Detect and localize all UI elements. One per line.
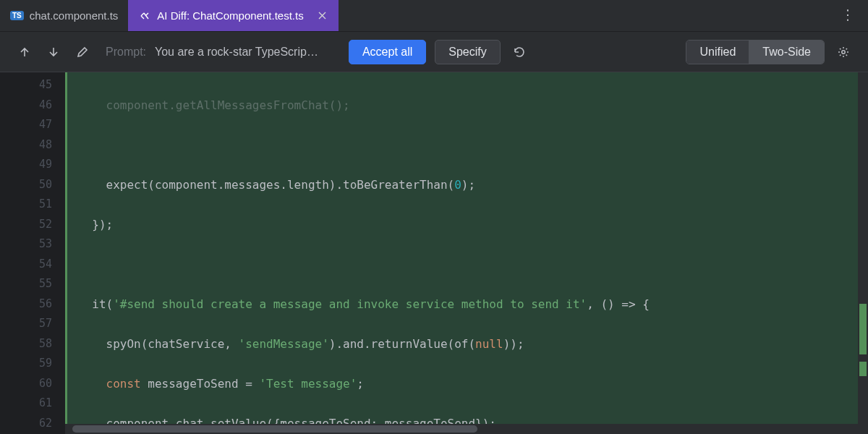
prompt-text[interactable]: You are a rock-star TypeScrip… (155, 46, 318, 59)
line-number: 58 (0, 334, 65, 354)
diff-marker[interactable] (859, 304, 867, 354)
accept-all-button[interactable]: Accept all (349, 40, 426, 64)
arrow-down-icon[interactable] (43, 42, 64, 62)
horizontal-scrollbar[interactable] (65, 424, 858, 434)
line-number: 47 (0, 115, 65, 135)
line-number: 54 (0, 255, 65, 275)
line-number: 50 (0, 175, 65, 195)
close-icon[interactable] (317, 10, 328, 22)
tab-bar: TS chat.component.ts AI Diff: ChatCompon… (0, 0, 868, 32)
specify-button[interactable]: Specify (435, 40, 500, 64)
prompt-label: Prompt: (106, 46, 146, 59)
line-number: 49 (0, 155, 65, 175)
line-number: 57 (0, 314, 65, 334)
view-mode-group: Unified Two-Side (686, 40, 825, 64)
refresh-icon[interactable] (509, 42, 529, 62)
line-number: 62 (0, 414, 65, 434)
tab-file-label: chat.component.ts (30, 9, 119, 22)
marker-gutter[interactable] (858, 72, 868, 434)
edit-icon[interactable] (72, 42, 93, 62)
line-number: 55 (0, 274, 65, 294)
line-number: 51 (0, 195, 65, 215)
diff-marker[interactable] (859, 362, 867, 376)
line-number: 45 (0, 75, 65, 95)
line-number: 56 (0, 294, 65, 315)
line-number: 60 (0, 374, 65, 394)
code-content[interactable]: component.getAllMessagesFromChat(); expe… (65, 72, 868, 434)
tab-file[interactable]: TS chat.component.ts (0, 0, 128, 31)
line-number: 59 (0, 354, 65, 374)
line-number: 52 (0, 215, 65, 235)
svg-point-0 (842, 50, 845, 53)
line-number: 48 (0, 135, 65, 156)
view-twoside-button[interactable]: Two-Side (749, 41, 824, 64)
line-number: 61 (0, 393, 65, 414)
settings-gear-icon[interactable] (833, 42, 854, 62)
diff-toolbar: Prompt: You are a rock-star TypeScrip… A… (0, 32, 868, 72)
code-editor[interactable]: 45 46 47 48 49 50 51 52 53 54 55 56 57 5… (0, 72, 868, 434)
view-unified-button[interactable]: Unified (686, 41, 749, 64)
line-number: 46 (0, 95, 65, 116)
line-number: 53 (0, 234, 65, 255)
line-number-gutter: 45 46 47 48 49 50 51 52 53 54 55 56 57 5… (0, 72, 65, 434)
scrollbar-thumb[interactable] (72, 425, 477, 433)
arrow-up-icon[interactable] (14, 42, 35, 62)
typescript-badge-icon: TS (10, 11, 24, 20)
more-menu-icon[interactable]: ⋯ (840, 8, 857, 24)
ai-diff-icon (138, 9, 151, 22)
tab-ai-diff[interactable]: AI Diff: ChatComponent.test.ts (128, 0, 338, 31)
tab-ai-diff-label: AI Diff: ChatComponent.test.ts (157, 9, 303, 22)
